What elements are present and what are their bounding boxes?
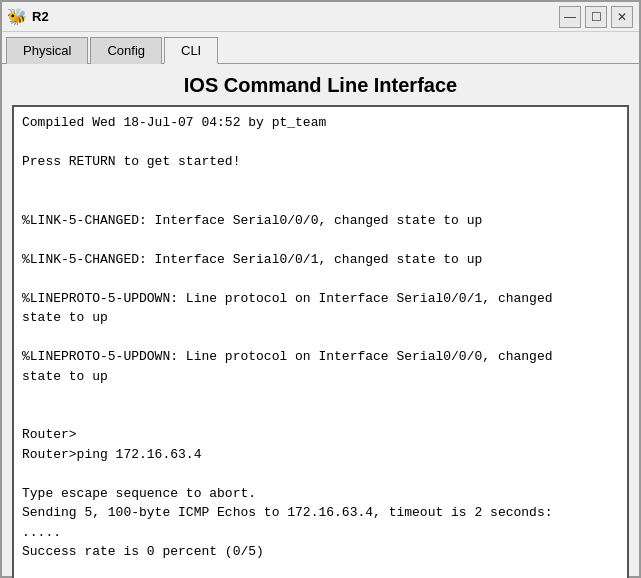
tab-bar: Physical Config CLI [2, 32, 639, 64]
maximize-button[interactable]: ☐ [585, 6, 607, 28]
cli-output[interactable]: Compiled Wed 18-Jul-07 04:52 by pt_team … [14, 107, 627, 578]
cli-box: Compiled Wed 18-Jul-07 04:52 by pt_team … [12, 105, 629, 578]
window-title: R2 [32, 9, 559, 24]
window-controls: — ☐ ✕ [559, 6, 633, 28]
main-window: 🐝 R2 — ☐ ✕ Physical Config CLI IOS Comma… [0, 0, 641, 578]
content-area: Compiled Wed 18-Jul-07 04:52 by pt_team … [2, 105, 639, 578]
title-bar: 🐝 R2 — ☐ ✕ [2, 2, 639, 32]
close-button[interactable]: ✕ [611, 6, 633, 28]
tab-config[interactable]: Config [90, 37, 162, 64]
minimize-button[interactable]: — [559, 6, 581, 28]
page-title: IOS Command Line Interface [2, 64, 639, 105]
app-icon: 🐝 [8, 8, 26, 26]
tab-cli[interactable]: CLI [164, 37, 218, 64]
tab-physical[interactable]: Physical [6, 37, 88, 64]
